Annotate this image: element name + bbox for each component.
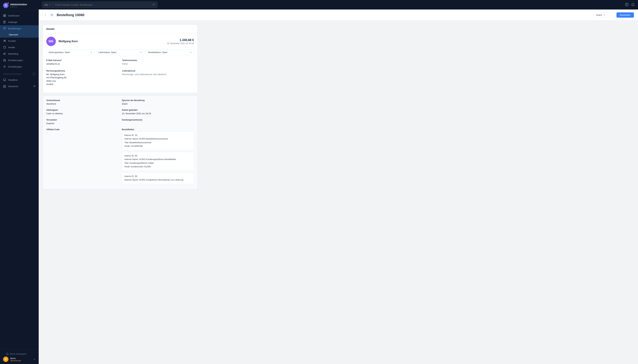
sidebar-item-ubersicht[interactable]: Übersicht [0, 32, 39, 38]
order-status-select[interactable]: Bestellstatus: Open [146, 50, 194, 55]
file-icon [3, 46, 6, 49]
email-value: wkn@acris.at [46, 62, 118, 66]
sidebar-item-storefront[interactable]: Storefront [0, 83, 39, 90]
search-submit-button[interactable] [151, 3, 157, 6]
sidebar-item-inhalte[interactable]: Inhalte [0, 44, 39, 50]
collapse-menu-button[interactable]: Menü einklappen [3, 351, 36, 356]
sidebar-item-einstellungen[interactable]: Einstellungen [0, 64, 39, 70]
topbar: Alle [39, 0, 638, 10]
phone-label: Telefonnummer [122, 59, 194, 62]
back-button[interactable] [43, 12, 48, 18]
sidebar-item-headless[interactable]: Headless [0, 77, 39, 83]
customer-name: Wolfgang Kern [59, 40, 78, 43]
sidebar-item-kataloge[interactable]: Kataloge [0, 19, 39, 25]
svg-rect-2 [4, 16, 5, 17]
sidebar-item-erweiterungen[interactable]: Erweiterungen [0, 57, 39, 64]
add-sales-channel-button[interactable]: + [33, 72, 36, 76]
page-header-actions: Dutch Bearbeiten [594, 12, 634, 18]
sidebar-item-label-dashboard: Dashboard [8, 14, 19, 17]
shipping-label: Lieferadresse [122, 70, 194, 72]
sidebar-item-label-inhalte: Inhalte [8, 46, 15, 49]
delivery-status-select[interactable]: Lieferstatus: Open [96, 50, 144, 55]
bestellfelder-section: Bestellfelder: Interne ID: 20 Interner N… [122, 128, 194, 186]
page-header-left: Bestellung 10060 [43, 12, 84, 18]
notification-dot [8, 2, 9, 4]
shipping-value: Rechnungs- und Lieferadresse sind identi… [122, 73, 194, 76]
bestellfeld-1: Interne ID: 20 Interner Name: ACRIS Best… [122, 132, 194, 150]
logo-icon: G [3, 3, 9, 8]
bestellfeld-2-title: Titel: Kundenspezifische Felder [124, 162, 191, 165]
details-card-header: Details [43, 25, 197, 33]
sidebar-item-label-erweiterungen: Erweiterungen [8, 59, 23, 62]
versandart-section: Versandart Express [46, 119, 118, 125]
bestellfeld-3-name: Interner Name: ACRIS Zusätzliche Informa… [124, 178, 191, 182]
customer-avatar: WK [46, 36, 56, 46]
user-details: demo Administrator [10, 357, 32, 362]
sidebar-item-bestellungen[interactable]: Bestellungen [0, 25, 39, 32]
bestellfeld-1-title: Titel: Bestellreferenznummer [124, 141, 191, 144]
edit-button[interactable]: Bearbeiten [616, 12, 634, 18]
payment-status-label: Zahlungsstatus: Open [49, 51, 70, 54]
lang-label: Sprache der Bestellung [122, 99, 194, 102]
edit-button-label: Bearbeiten [620, 14, 630, 16]
svg-point-6 [5, 40, 6, 41]
payment-section: Zahlungsart Cash on delivery [46, 109, 118, 115]
app-version: 6.4.17.2 [10, 6, 27, 8]
phone-value: Keine [122, 62, 194, 66]
sidebar-item-label-kunden: Kunden [8, 40, 16, 42]
bestellfeld-1-inhalt: Inhalt: #123456789 [124, 144, 191, 148]
bestellfeld-1-name: Interner Name: ACRIS Bestellreferenznumm… [124, 137, 191, 141]
bestellfeld-3-id: Interne ID: 30 [124, 175, 191, 178]
svg-point-14 [627, 5, 627, 6]
help-icon[interactable] [625, 3, 628, 7]
lang-section: Sprache der Bestellung Dutch [122, 99, 194, 106]
search-filter-button[interactable]: Alle [42, 2, 53, 8]
status-row: Zahlungsstatus: Open Lieferstatus: Open [46, 50, 194, 55]
megaphone-icon [3, 52, 6, 55]
user-info[interactable]: D demo Administrator [3, 356, 36, 362]
sidebar-item-label-einstellungen: Einstellungen [8, 66, 22, 68]
meta-grid: Verkaufskanal Storefront Sprache der Bes… [46, 99, 194, 186]
storefront-visibility-icon [33, 85, 36, 88]
store-icon [3, 85, 6, 88]
app-logo: G Administration 6.4.17.2 [0, 0, 39, 11]
svg-rect-1 [5, 14, 6, 16]
svg-rect-15 [51, 14, 53, 16]
user-role: Administrator [10, 360, 32, 362]
shopping-bag-icon [3, 27, 6, 30]
tracking-section: Sendungsnummer(n) [122, 119, 194, 125]
customer-row: WK Wolfgang Kern 1.340,68 € 23. November… [46, 36, 194, 46]
order-date: 23. November 2022 um 16:33 [167, 42, 194, 44]
sidebar: G Administration 6.4.17.2 Dashboard [0, 0, 39, 364]
sidebar-item-marketing[interactable]: Marketing [0, 50, 39, 57]
svg-rect-4 [4, 21, 5, 23]
bestellfeld-2-name: Interner Name: ACRIS Kundenspezifische B… [124, 158, 191, 161]
sidebar-nav: Dashboard Kataloge Bestellungen [0, 11, 39, 349]
affiliate-value: - [46, 132, 118, 135]
payment-value: Cash on delivery [46, 112, 118, 115]
sidebar-item-kunden[interactable]: Kunden [0, 38, 39, 44]
sidebar-item-dashboard[interactable]: Dashboard [0, 12, 39, 19]
channel-value: Storefront [46, 102, 118, 106]
order-amount-value: 1.340,68 € [167, 38, 194, 42]
search-input[interactable] [53, 4, 151, 6]
channel-label: Verkaufskanal [46, 99, 118, 102]
customer-initials: WK [49, 40, 54, 43]
billing-line-4: Austria [46, 82, 118, 86]
language-selector[interactable]: Dutch [594, 12, 614, 18]
payment-status-select[interactable]: Zahlungsstatus: Open [46, 50, 94, 55]
svg-rect-8 [4, 79, 6, 80]
settings-icon [3, 65, 6, 68]
details-card: Details WK Wolfgang Kern 1.340,68 € 23. … [43, 24, 197, 93]
email-label: E-Mail-Adresse* [46, 59, 118, 62]
users-icon [3, 39, 6, 42]
versandart-value: Express [46, 122, 118, 125]
channel-section: Verkaufskanal Storefront [46, 99, 118, 106]
copy-button[interactable] [49, 12, 55, 18]
page-header: Bestellung 10060 Dutch Bearbeiten [39, 10, 638, 20]
bestellfeld-3: Interne ID: 30 Interner Name: ACRIS Zusä… [122, 172, 194, 184]
notification-icon[interactable] [631, 3, 634, 7]
email-section: E-Mail-Adresse* wkn@acris.at [46, 59, 118, 66]
puzzle-icon [3, 59, 6, 62]
search-filter-label: Alle [44, 4, 48, 6]
